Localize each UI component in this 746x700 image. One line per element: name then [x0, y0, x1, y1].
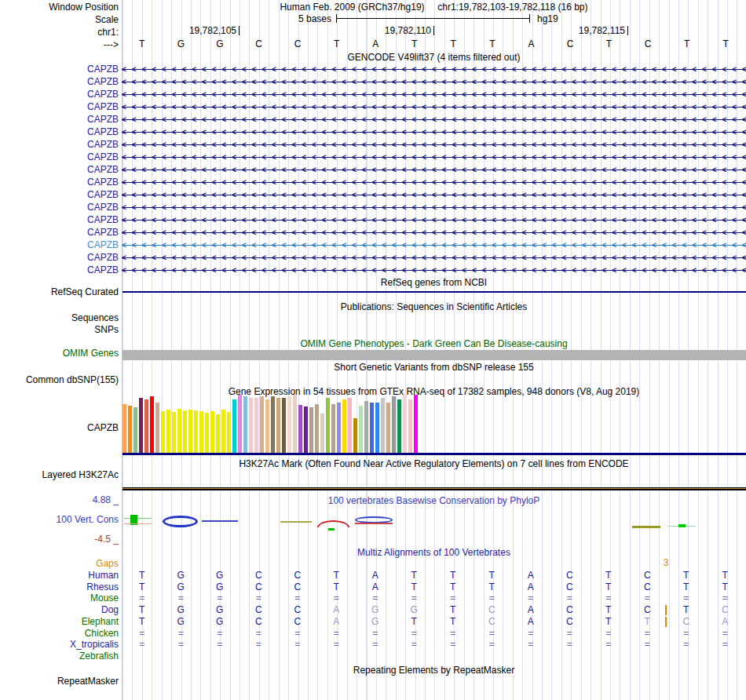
gtex-tissue-bar[interactable] [353, 418, 357, 453]
gtex-tissue-bar[interactable] [238, 395, 242, 453]
gtex-tissue-bar[interactable] [265, 399, 269, 453]
gene-name-label[interactable]: CAPZB [0, 239, 122, 251]
multiz-species-row[interactable]: HumanTGGCCTATTTACTCTT [0, 570, 746, 582]
gtex-tissue-bar[interactable] [293, 395, 297, 453]
multiz-species-row[interactable]: DogTGGCCAGGTCACTCTC [0, 604, 746, 616]
gene-transcript-track[interactable]: <<<<<<<<<<<<<<<<<<<<<<<<<<<<<<<<<<<<<<<<… [122, 100, 746, 113]
omim-genes-label[interactable]: OMIM Genes [0, 348, 119, 359]
gencode-gene-row[interactable]: CAPZB<<<<<<<<<<<<<<<<<<<<<<<<<<<<<<<<<<<… [0, 239, 746, 251]
gene-name-label[interactable]: CAPZB [0, 126, 122, 138]
species-name-label[interactable]: Mouse [0, 592, 122, 604]
gtex-tissue-bar[interactable] [150, 396, 154, 453]
species-name-label[interactable]: X_tropicalis [0, 639, 122, 651]
gtex-tissue-bar[interactable] [205, 413, 209, 453]
gene-transcript-track[interactable]: <<<<<<<<<<<<<<<<<<<<<<<<<<<<<<<<<<<<<<<<… [122, 251, 746, 264]
gaps-label[interactable]: Gaps [0, 558, 119, 569]
gene-name-label[interactable]: CAPZB [0, 264, 122, 276]
gtex-tissue-bar[interactable] [172, 412, 176, 453]
gene-name-label[interactable]: CAPZB [0, 138, 122, 151]
gene-name-label[interactable]: CAPZB [0, 176, 122, 188]
gene-name-label[interactable]: CAPZB [0, 188, 122, 201]
gene-name-label[interactable]: CAPZB [0, 213, 122, 226]
gtex-tissue-bar[interactable] [210, 411, 214, 453]
gene-name-label[interactable]: CAPZB [0, 88, 122, 100]
gtex-gene-label[interactable]: CAPZB [0, 422, 119, 433]
gencode-gene-row[interactable]: CAPZB<<<<<<<<<<<<<<<<<<<<<<<<<<<<<<<<<<<… [0, 100, 746, 113]
snps-label[interactable]: SNPs [0, 324, 119, 335]
gene-name-label[interactable]: CAPZB [0, 63, 122, 75]
gtex-tissue-bar[interactable] [381, 398, 385, 453]
omim-gene-bar[interactable] [123, 350, 746, 360]
gtex-tissue-bar[interactable] [337, 403, 341, 453]
gtex-tissue-bar[interactable] [298, 405, 302, 453]
gtex-tissue-bar[interactable] [348, 398, 352, 453]
gtex-tissue-bar[interactable] [188, 410, 192, 453]
gencode-gene-row[interactable]: CAPZB<<<<<<<<<<<<<<<<<<<<<<<<<<<<<<<<<<<… [0, 63, 746, 75]
gene-name-label[interactable]: CAPZB [0, 201, 122, 213]
gtex-tissue-bar[interactable] [414, 395, 418, 453]
gene-transcript-track[interactable]: <<<<<<<<<<<<<<<<<<<<<<<<<<<<<<<<<<<<<<<<… [122, 264, 746, 276]
gencode-gene-row[interactable]: CAPZB<<<<<<<<<<<<<<<<<<<<<<<<<<<<<<<<<<<… [0, 75, 746, 88]
gtex-tissue-bar[interactable] [177, 409, 181, 453]
gtex-tissue-bar[interactable] [254, 398, 258, 453]
gtex-tissue-bar[interactable] [408, 399, 412, 453]
gencode-gene-row[interactable]: CAPZB<<<<<<<<<<<<<<<<<<<<<<<<<<<<<<<<<<<… [0, 163, 746, 176]
gtex-tissue-bar[interactable] [128, 406, 132, 453]
gtex-tissue-bar[interactable] [287, 396, 291, 453]
gencode-gene-row[interactable]: CAPZB<<<<<<<<<<<<<<<<<<<<<<<<<<<<<<<<<<<… [0, 88, 746, 100]
gtex-tissue-bar[interactable] [216, 414, 220, 453]
gencode-gene-row[interactable]: CAPZB<<<<<<<<<<<<<<<<<<<<<<<<<<<<<<<<<<<… [0, 126, 746, 138]
gencode-gene-row[interactable]: CAPZB<<<<<<<<<<<<<<<<<<<<<<<<<<<<<<<<<<<… [0, 113, 746, 126]
gene-transcript-track[interactable]: <<<<<<<<<<<<<<<<<<<<<<<<<<<<<<<<<<<<<<<<… [122, 88, 746, 100]
gtex-tissue-bar[interactable] [375, 403, 379, 453]
gtex-tissue-bar[interactable] [342, 399, 346, 453]
multiz-species-row[interactable]: RhesusTGGCCTATTTACTCTT [0, 582, 746, 593]
gene-name-label[interactable]: CAPZB [0, 113, 122, 126]
gtex-tissue-bar[interactable] [386, 403, 390, 453]
gene-transcript-track[interactable]: <<<<<<<<<<<<<<<<<<<<<<<<<<<<<<<<<<<<<<<<… [122, 239, 746, 251]
gtex-tissue-bar[interactable] [161, 411, 165, 453]
multiz-species-row[interactable]: Chicken================ [0, 628, 746, 640]
gtex-tissue-bar[interactable] [309, 407, 313, 453]
gencode-gene-row[interactable]: CAPZB<<<<<<<<<<<<<<<<<<<<<<<<<<<<<<<<<<<… [0, 226, 746, 239]
gtex-tissue-bar[interactable] [304, 407, 308, 453]
gtex-tissue-bar[interactable] [320, 414, 324, 453]
gtex-tissue-bar[interactable] [282, 398, 286, 453]
gtex-tissue-bar[interactable] [271, 396, 275, 453]
phylop-label[interactable]: 100 Vert. Cons [0, 514, 119, 525]
gencode-gene-row[interactable]: CAPZB<<<<<<<<<<<<<<<<<<<<<<<<<<<<<<<<<<<… [0, 264, 746, 276]
species-name-label[interactable]: Human [0, 570, 122, 582]
gencode-gene-row[interactable]: CAPZB<<<<<<<<<<<<<<<<<<<<<<<<<<<<<<<<<<<… [0, 138, 746, 151]
refseq-curated-label[interactable]: RefSeq Curated [0, 286, 119, 297]
gene-transcript-track[interactable]: <<<<<<<<<<<<<<<<<<<<<<<<<<<<<<<<<<<<<<<<… [122, 188, 746, 201]
gtex-tissue-bar[interactable] [199, 411, 203, 453]
gtex-tissue-bar[interactable] [276, 398, 280, 453]
gencode-gene-row[interactable]: CAPZB<<<<<<<<<<<<<<<<<<<<<<<<<<<<<<<<<<<… [0, 251, 746, 264]
gtex-tissue-bar[interactable] [139, 398, 143, 453]
gtex-tissue-bar[interactable] [155, 403, 159, 453]
multiz-species-row[interactable]: X_tropicalis================ [0, 639, 746, 651]
gtex-bar-chart[interactable] [122, 395, 746, 453]
gtex-tissue-bar[interactable] [359, 406, 363, 453]
gene-transcript-track[interactable]: <<<<<<<<<<<<<<<<<<<<<<<<<<<<<<<<<<<<<<<<… [122, 151, 746, 163]
h3k27ac-label[interactable]: Layered H3K27Ac [0, 469, 119, 480]
gtex-tissue-bar[interactable] [232, 399, 236, 453]
gencode-gene-row[interactable]: CAPZB<<<<<<<<<<<<<<<<<<<<<<<<<<<<<<<<<<<… [0, 213, 746, 226]
gene-transcript-track[interactable]: <<<<<<<<<<<<<<<<<<<<<<<<<<<<<<<<<<<<<<<<… [122, 113, 746, 126]
gene-transcript-track[interactable]: <<<<<<<<<<<<<<<<<<<<<<<<<<<<<<<<<<<<<<<<… [122, 201, 746, 213]
gtex-tissue-bar[interactable] [166, 410, 170, 453]
gtex-tissue-bar[interactable] [194, 410, 198, 453]
refseq-gene-line[interactable] [123, 291, 746, 293]
gene-transcript-track[interactable]: <<<<<<<<<<<<<<<<<<<<<<<<<<<<<<<<<<<<<<<<… [122, 63, 746, 75]
multiz-species-row[interactable]: Zebrafish [0, 651, 746, 662]
gene-transcript-track[interactable]: <<<<<<<<<<<<<<<<<<<<<<<<<<<<<<<<<<<<<<<<… [122, 176, 746, 188]
gtex-tissue-bar[interactable] [183, 410, 187, 453]
multiz-species-row[interactable]: Mouse================ [0, 592, 746, 604]
gencode-gene-row[interactable]: CAPZB<<<<<<<<<<<<<<<<<<<<<<<<<<<<<<<<<<<… [0, 176, 746, 188]
gene-transcript-track[interactable]: <<<<<<<<<<<<<<<<<<<<<<<<<<<<<<<<<<<<<<<<… [122, 163, 746, 176]
gene-name-label[interactable]: CAPZB [0, 226, 122, 239]
species-name-label[interactable]: Chicken [0, 628, 122, 640]
gtex-tissue-bar[interactable] [315, 404, 319, 453]
gtex-tissue-bar[interactable] [364, 401, 368, 453]
gtex-tissue-bar[interactable] [392, 396, 396, 453]
